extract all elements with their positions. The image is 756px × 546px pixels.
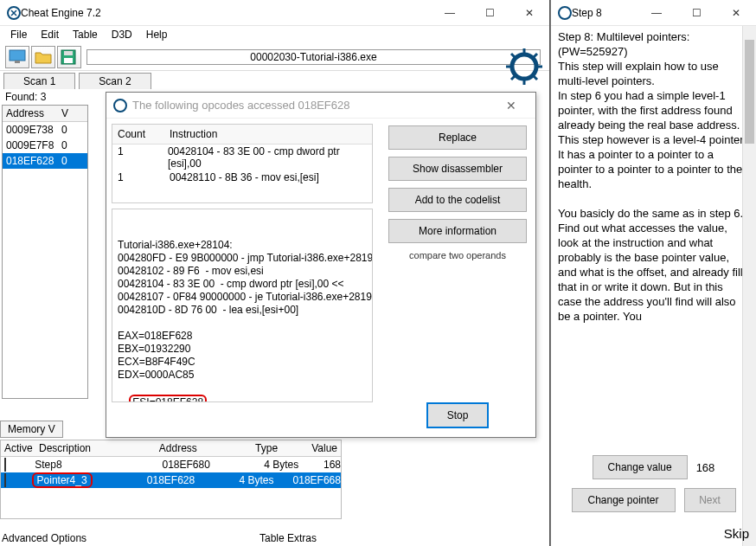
- floppy-icon: [61, 49, 78, 65]
- svg-line-11: [511, 54, 515, 57]
- desc-cell[interactable]: Step8: [35, 459, 162, 471]
- address-row-selected: Pointer4_3 018EF628 4 Bytes 018EF668: [1, 472, 341, 488]
- svg-rect-4: [64, 51, 73, 55]
- tutorial-window: Step 8 — ☐ ✕ Step 8: Multilevel pointers…: [550, 0, 756, 546]
- skip-link[interactable]: Skip: [724, 526, 749, 541]
- svg-point-16: [559, 7, 571, 19]
- scrollbar-thumb[interactable]: [745, 40, 754, 144]
- tab-scan-2[interactable]: Scan 2: [79, 73, 151, 89]
- show-disassembler-button[interactable]: Show disassembler: [388, 157, 527, 181]
- save-button[interactable]: [57, 46, 81, 68]
- opcode-row: 100428104 - 83 3E 00 - cmp dword ptr [es…: [112, 145, 372, 170]
- menu-bar: File Edit Table D3D Help: [0, 26, 549, 43]
- minimize-button[interactable]: —: [430, 0, 470, 26]
- address-list[interactable]: Active Description Address Type Value St…: [0, 440, 342, 519]
- more-information-button[interactable]: More information: [388, 219, 527, 243]
- desc-cell-circled[interactable]: Pointer4_3: [32, 472, 93, 488]
- disassembly-panel[interactable]: Tutorial-i386.exe+28104: 004280FD - E9 9…: [112, 209, 373, 402]
- col-desc[interactable]: Description: [35, 440, 156, 456]
- maximize-button[interactable]: ☐: [676, 0, 716, 26]
- col-address[interactable]: Address: [3, 106, 58, 121]
- folder-open-icon: [35, 49, 52, 65]
- scrollbar[interactable]: [742, 26, 756, 546]
- tutorial-value: 168: [696, 461, 715, 474]
- scan-tabs: Scan 1 Scan 2: [0, 73, 549, 89]
- toolbar: 00002030-Tutorial-i386.exe: [0, 43, 549, 71]
- tutorial-body[interactable]: Step 8: Multilevel pointers: (PW=525927)…: [551, 26, 756, 450]
- dialog-title: The following opcodes accessed 018EF628: [132, 99, 494, 112]
- menu-d3d[interactable]: D3D: [106, 27, 138, 42]
- active-checkbox[interactable]: [4, 458, 6, 472]
- opcode-row: 100428110 - 8B 36 - mov esi,[esi]: [112, 170, 372, 184]
- advanced-options[interactable]: Advanced Options: [2, 532, 86, 544]
- cheat-engine-logo: [504, 47, 544, 87]
- main-title: Cheat Engine 7.2: [21, 7, 430, 19]
- col-count[interactable]: Count: [112, 125, 164, 144]
- tutorial-heading: Step 8: Multilevel pointers: (PW=525927): [558, 29, 749, 59]
- col-value[interactable]: Value: [308, 440, 341, 456]
- tutorial-title: Step 8: [572, 7, 637, 19]
- svg-point-6: [512, 55, 536, 79]
- change-value-button[interactable]: Change value: [593, 455, 688, 479]
- tab-memory-view[interactable]: Memory V: [0, 421, 63, 438]
- result-row-selected: 018EF6280: [3, 153, 87, 169]
- stop-button[interactable]: Stop: [426, 402, 489, 428]
- col-active[interactable]: Active: [1, 440, 35, 456]
- svg-rect-2: [15, 61, 20, 63]
- maximize-button[interactable]: ☐: [470, 0, 509, 26]
- opcode-access-dialog: The following opcodes accessed 018EF628 …: [106, 92, 536, 438]
- svg-line-13: [534, 54, 537, 57]
- app-icon: [558, 6, 572, 20]
- svg-line-14: [511, 76, 515, 80]
- monitor-icon: [9, 49, 26, 65]
- main-titlebar: Cheat Engine 7.2 — ☐ ✕: [0, 0, 549, 26]
- table-extras[interactable]: Table Extras: [259, 532, 317, 544]
- result-row: 0009E7380: [3, 122, 87, 138]
- opcode-list[interactable]: Count Instruction 100428104 - 83 3E 00 -…: [112, 124, 373, 203]
- close-button[interactable]: ✕: [716, 0, 756, 26]
- svg-rect-5: [64, 58, 73, 63]
- col-type[interactable]: Type: [252, 440, 308, 456]
- minimize-button[interactable]: —: [637, 0, 676, 26]
- hint-text: compare two operands: [388, 250, 527, 260]
- svg-line-12: [534, 76, 537, 80]
- svg-point-15: [114, 100, 126, 112]
- close-button[interactable]: ✕: [509, 0, 549, 26]
- menu-table[interactable]: Table: [67, 27, 103, 42]
- close-icon[interactable]: ✕: [494, 99, 529, 112]
- menu-help[interactable]: Help: [141, 27, 173, 42]
- menu-file[interactable]: File: [5, 27, 32, 42]
- scan-results[interactable]: Address V 0009E7380 0009E7F80 018EF6280: [2, 105, 88, 399]
- app-icon: [7, 6, 21, 20]
- app-icon: [113, 99, 127, 112]
- process-name-bar[interactable]: 00002030-Tutorial-i386.exe: [86, 49, 541, 65]
- col-addr[interactable]: Address: [156, 440, 252, 456]
- tutorial-text: This step will explain how to use multi-…: [558, 59, 749, 324]
- replace-button[interactable]: Replace: [388, 125, 527, 150]
- result-row: 0009E7F80: [3, 138, 87, 153]
- address-row: Step8 018EF680 4 Bytes 168: [1, 457, 341, 472]
- svg-rect-1: [10, 50, 25, 61]
- change-pointer-button[interactable]: Change pointer: [572, 488, 676, 512]
- open-file-button[interactable]: [31, 46, 55, 68]
- tab-scan-1[interactable]: Scan 1: [3, 73, 75, 89]
- esi-highlight: ESI=018EF628: [129, 395, 207, 402]
- next-button: Next: [684, 488, 736, 512]
- menu-edit[interactable]: Edit: [35, 27, 64, 42]
- active-checkbox[interactable]: [4, 473, 6, 487]
- col-value[interactable]: V: [58, 106, 72, 121]
- open-process-button[interactable]: [5, 46, 29, 68]
- add-to-codelist-button[interactable]: Add to the codelist: [388, 188, 527, 212]
- col-instruction[interactable]: Instruction: [164, 125, 222, 144]
